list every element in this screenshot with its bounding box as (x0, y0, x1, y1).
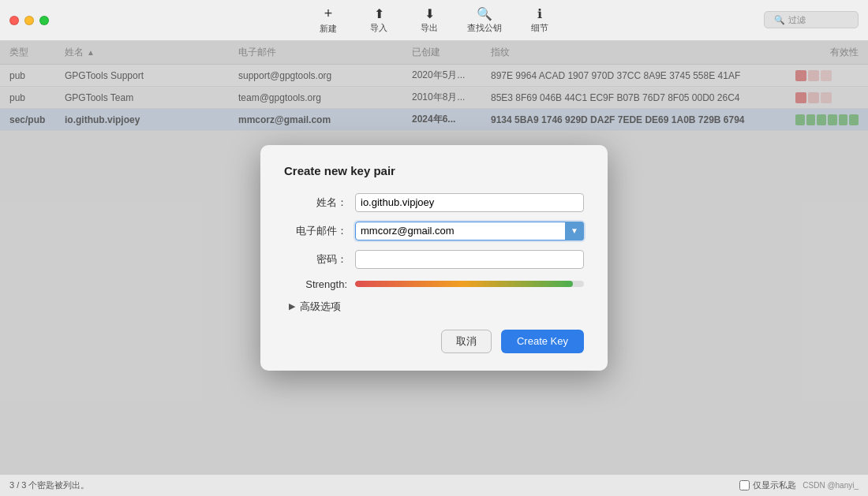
new-icon: + (324, 6, 333, 22)
toolbar-export-label: 导出 (421, 22, 438, 34)
toolbar-details-label: 细节 (531, 22, 548, 34)
strength-row: Strength: (284, 278, 584, 290)
strength-bar-background (355, 281, 584, 287)
minimize-button[interactable] (24, 16, 34, 25)
private-key-checkbox[interactable] (739, 480, 750, 490)
email-dropdown-button[interactable]: ▼ (565, 222, 584, 241)
search-placeholder: 过滤 (788, 14, 806, 26)
search-box[interactable]: 🔍 过滤 (764, 11, 859, 28)
toolbar-import-label: 导入 (370, 22, 387, 34)
create-key-button[interactable]: Create Key (501, 330, 584, 353)
chevron-right-icon: ▶ (289, 301, 295, 311)
toolbar-details[interactable]: ℹ 细节 (516, 6, 563, 34)
strength-label: Strength: (284, 278, 347, 290)
password-input[interactable] (355, 250, 584, 269)
toolbar-import[interactable]: ⬆ 导入 (355, 6, 402, 34)
private-key-label: 仅显示私匙 (753, 479, 796, 491)
titlebar: + 新建 ⬆ 导入 ⬇ 导出 🔍 查找公钥 ℹ 细节 🔍 过滤 (0, 0, 868, 41)
toolbar-find-pubkey[interactable]: 🔍 查找公钥 (456, 6, 513, 34)
statusbar-source: CSDN @hanyi_ (803, 481, 859, 490)
content-area: 类型 姓名 ▲ 电子邮件 已创建 指纹 有效性 pub GPGTools Sup… (0, 41, 868, 474)
password-label: 密码： (284, 252, 347, 267)
email-wrapper: ▼ (355, 222, 584, 241)
modal-overlay: Create new key pair 姓名： 电子邮件： ▼ 密码： (0, 41, 868, 474)
toolbar: + 新建 ⬆ 导入 ⬇ 导出 🔍 查找公钥 ℹ 细节 (305, 6, 563, 35)
maximize-button[interactable] (39, 16, 49, 25)
email-row: 电子邮件： ▼ (284, 222, 584, 241)
export-icon: ⬇ (425, 6, 435, 21)
email-input[interactable] (355, 222, 584, 241)
password-row: 密码： (284, 250, 584, 269)
modal-buttons: 取消 Create Key (284, 330, 584, 353)
search-icon: 🔍 (774, 15, 785, 25)
private-key-checkbox-wrapper[interactable]: 仅显示私匙 (739, 479, 796, 491)
toolbar-find-pubkey-label: 查找公钥 (467, 22, 502, 34)
email-label: 电子邮件： (284, 224, 347, 238)
modal-title: Create new key pair (284, 164, 584, 177)
cancel-button[interactable]: 取消 (441, 330, 492, 353)
advanced-options-label: 高级选项 (300, 300, 341, 314)
toolbar-new[interactable]: + 新建 (305, 6, 352, 35)
find-pubkey-icon: 🔍 (477, 6, 492, 21)
statusbar-right: 仅显示私匙 CSDN @hanyi_ (739, 479, 859, 491)
name-row: 姓名： (284, 193, 584, 212)
statusbar-text: 3 / 3 个密匙被列出。 (9, 479, 89, 491)
strength-bar-fill (355, 281, 573, 287)
toolbar-export[interactable]: ⬇ 导出 (406, 6, 453, 34)
advanced-options-row[interactable]: ▶ 高级选项 (284, 300, 584, 314)
traffic-lights (9, 16, 49, 25)
details-icon: ℹ (537, 6, 542, 21)
close-button[interactable] (9, 16, 19, 25)
statusbar: 3 / 3 个密匙被列出。 仅显示私匙 CSDN @hanyi_ (0, 474, 868, 496)
name-input[interactable] (355, 193, 584, 212)
name-label: 姓名： (284, 196, 347, 210)
modal-dialog: Create new key pair 姓名： 电子邮件： ▼ 密码： (260, 145, 608, 371)
toolbar-new-label: 新建 (320, 23, 337, 35)
import-icon: ⬆ (374, 6, 384, 21)
